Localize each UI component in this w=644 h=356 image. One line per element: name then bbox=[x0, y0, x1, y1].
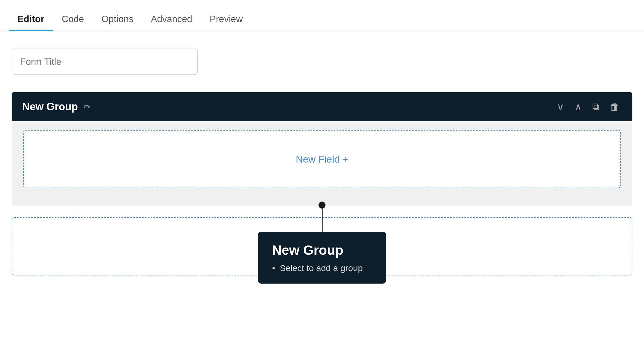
chevron-up-icon[interactable]: ∧ bbox=[572, 100, 584, 114]
group-header: New Group ✏ ∨ ∧ ⧉ 🗑 bbox=[12, 92, 632, 121]
delete-icon[interactable]: 🗑 bbox=[607, 100, 622, 114]
tab-editor[interactable]: Editor bbox=[9, 8, 53, 31]
tab-advanced[interactable]: Advanced bbox=[142, 8, 201, 31]
tooltip-item: ● Select to add a group bbox=[272, 263, 372, 273]
tooltip-item-text: Select to add a group bbox=[280, 263, 363, 273]
tab-options[interactable]: Options bbox=[93, 8, 142, 31]
new-field-label: New Field + bbox=[296, 154, 348, 165]
tooltip-wrapper: New Group ● Select to add a group bbox=[258, 202, 386, 284]
new-group-area[interactable]: New Group + New Group ● Select to add a … bbox=[12, 217, 632, 275]
tooltip-box: New Group ● Select to add a group bbox=[258, 232, 386, 284]
group-block: New Group ✏ ∨ ∧ ⧉ 🗑 New Field + bbox=[12, 92, 632, 206]
group-title: New Group bbox=[22, 101, 78, 113]
tooltip-bullet: ● bbox=[272, 265, 275, 271]
group-header-right: ∨ ∧ ⧉ 🗑 bbox=[554, 100, 622, 114]
chevron-down-icon[interactable]: ∨ bbox=[554, 100, 566, 114]
group-header-left: New Group ✏ bbox=[22, 101, 90, 113]
tab-bar: Editor Code Options Advanced Preview bbox=[0, 0, 644, 31]
tooltip-line bbox=[322, 209, 323, 232]
new-field-area[interactable]: New Field + bbox=[23, 130, 621, 188]
main-content: New Group ✏ ∨ ∧ ⧉ 🗑 New Field + New Grou… bbox=[0, 31, 644, 356]
form-title-input[interactable] bbox=[12, 49, 198, 75]
tooltip-dot bbox=[319, 202, 325, 209]
edit-icon[interactable]: ✏ bbox=[84, 102, 90, 112]
new-group-outer: New Group + New Group ● Select to add a … bbox=[12, 217, 632, 356]
tooltip-title: New Group bbox=[272, 242, 372, 258]
tab-code[interactable]: Code bbox=[53, 8, 93, 31]
copy-icon[interactable]: ⧉ bbox=[590, 100, 602, 114]
tab-preview[interactable]: Preview bbox=[201, 8, 252, 31]
